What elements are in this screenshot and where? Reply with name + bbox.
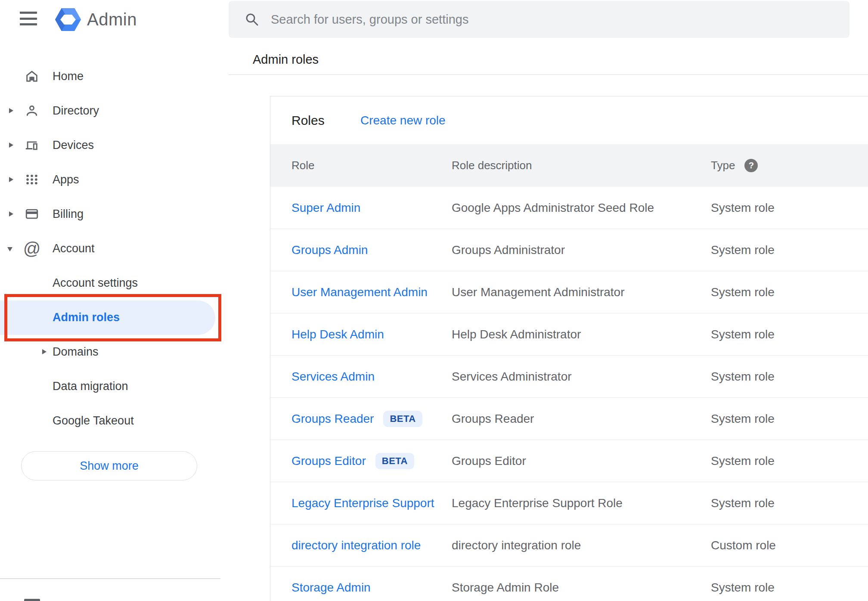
role-type: System role [711,271,775,313]
column-header-type: Type ? [711,144,758,187]
expand-arrow-icon[interactable] [9,108,13,113]
role-link[interactable]: Groups Reader [291,412,374,426]
sidebar-item-billing[interactable]: Billing [0,197,228,231]
role-type: System role [711,482,775,524]
role-description: Help Desk Administrator [452,313,581,355]
sidebar-item-label: Billing [53,197,84,231]
partial-bottom-icon [24,599,40,601]
sidebar-item-label: Account settings [53,266,138,300]
collapse-arrow-icon[interactable] [7,247,12,251]
search-icon [245,12,259,26]
header-divider [228,74,868,75]
role-type: System role [711,187,775,229]
role-type: System role [711,440,775,482]
sidebar-item-label: Account [53,231,95,266]
role-link[interactable]: Groups Editor [291,454,366,468]
role-link[interactable]: Storage Admin [291,581,371,595]
sidebar-item-label: Google Takeout [53,403,134,438]
sidebar-item-account-settings[interactable]: Account settings [0,266,228,300]
table-row: directory integration role directory int… [270,524,868,567]
create-new-role-link[interactable]: Create new role [360,96,446,144]
role-description: Storage Admin Role [452,567,559,601]
sidebar-item-google-takeout[interactable]: Google Takeout [0,403,228,438]
table-row: Super Admin Google Apps Administrator Se… [270,187,868,229]
expand-arrow-icon[interactable] [9,211,13,217]
beta-badge: BETA [375,453,414,469]
person-icon [24,103,40,118]
sidebar-nav: Home Directory Devices [0,0,228,601]
role-type: System role [711,313,775,355]
sidebar-item-label: Directory [53,93,99,128]
expand-arrow-icon[interactable] [9,143,13,148]
role-description: User Management Administrator [452,271,625,313]
search-input[interactable] [271,12,837,27]
roles-card-header: Roles Create new role [270,96,868,144]
sidebar-item-domains[interactable]: Domains [0,335,228,369]
sidebar-item-label: Devices [53,128,94,162]
sidebar-item-label: Data migration [53,369,128,403]
admin-console-page: Admin Admin roles Home Directory [0,0,868,601]
table-row: Groups Reader BETA Groups Reader System … [270,398,868,440]
role-type: Custom role [711,524,776,566]
role-link[interactable]: Help Desk Admin [291,328,384,341]
table-row: Groups Admin Groups Administrator System… [270,229,868,271]
role-link[interactable]: Super Admin [291,201,360,215]
role-description: Groups Reader [452,398,534,440]
sidebar-item-directory[interactable]: Directory [0,93,228,128]
sidebar-item-label: Domains [53,335,99,369]
role-description: directory integration role [452,524,581,566]
table-row: Legacy Enterprise Support Legacy Enterpr… [270,482,868,524]
sidebar-item-apps[interactable]: Apps [0,162,228,197]
show-more-button[interactable]: Show more [21,451,197,480]
role-description: Services Administrator [452,356,572,397]
column-header-description: Role description [452,144,532,187]
role-link[interactable]: User Management Admin [291,285,428,299]
devices-icon [24,137,40,153]
apps-grid-icon [24,172,40,187]
role-link[interactable]: directory integration role [291,539,421,552]
table-row: Storage Admin Storage Admin Role System … [270,567,868,601]
at-sign-icon: @ [24,241,40,256]
sidebar-divider [0,578,220,579]
role-description: Groups Administrator [452,229,565,271]
role-link[interactable]: Services Admin [291,370,375,384]
credit-card-icon [24,206,40,222]
role-type: System role [711,398,775,440]
role-type: System role [711,356,775,397]
sidebar-item-account[interactable]: @ Account [0,231,228,266]
sidebar-item-label: Apps [53,162,79,197]
breadcrumb: Admin roles [253,53,319,67]
role-link[interactable]: Groups Admin [291,243,368,257]
column-header-type-label: Type [711,159,735,172]
expand-arrow-icon[interactable] [9,177,13,182]
table-row: User Management Admin User Management Ad… [270,271,868,313]
role-description: Groups Editor [452,440,526,482]
sidebar-item-admin-roles[interactable]: Admin roles [0,300,228,335]
sidebar-item-data-migration[interactable]: Data migration [0,369,228,403]
expand-arrow-icon[interactable] [42,349,46,354]
help-icon[interactable]: ? [744,159,758,172]
card-title: Roles [291,96,325,144]
sidebar-item-devices[interactable]: Devices [0,128,228,162]
beta-badge: BETA [383,411,422,427]
home-icon [24,68,40,84]
column-header-role: Role [291,144,314,187]
role-link[interactable]: Legacy Enterprise Support [291,496,434,510]
role-type: System role [711,567,775,601]
search-bar[interactable] [229,1,849,38]
sidebar-item-label: Home [53,59,84,93]
role-type: System role [711,229,775,271]
table-row: Groups Editor BETA Groups Editor System … [270,440,868,482]
table-header-row: Role Role description Type ? [270,144,868,187]
sidebar-item-label: Admin roles [53,300,120,335]
sidebar-item-home[interactable]: Home [0,59,228,93]
table-row: Help Desk Admin Help Desk Administrator … [270,313,868,356]
role-description: Legacy Enterprise Support Role [452,482,623,524]
roles-card: Roles Create new role Role Role descript… [270,96,868,601]
role-description: Google Apps Administrator Seed Role [452,187,654,229]
table-row: Services Admin Services Administrator Sy… [270,356,868,398]
